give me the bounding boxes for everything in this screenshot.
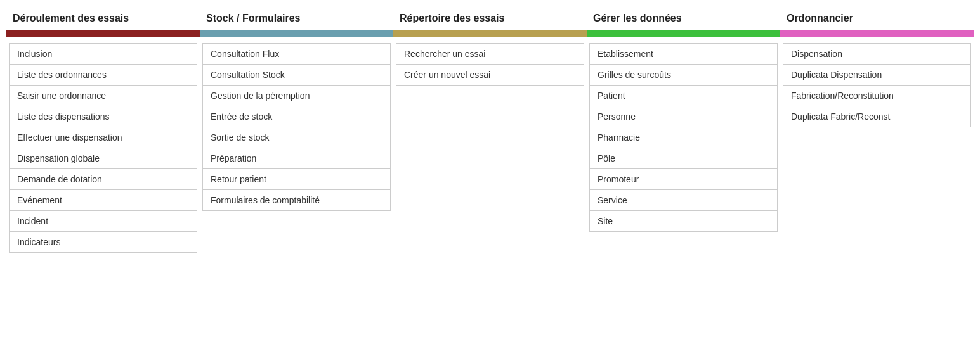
menu-item-ordonnancier-0[interactable]: Dispensation: [783, 43, 971, 65]
color-bar-deroulement: [6, 30, 200, 37]
menu-item-deroulement-2[interactable]: Saisir une ordonnance: [9, 85, 197, 106]
menu-item-stock-2[interactable]: Gestion de la péremption: [202, 85, 391, 106]
color-bars: [6, 30, 974, 37]
color-bar-gerer: [587, 30, 780, 37]
page: Déroulement des essaisStock / Formulaire…: [0, 0, 980, 356]
menu-list-ordonnancier: DispensationDuplicata DispensationFabric…: [783, 43, 971, 127]
menu-item-gerer-5[interactable]: Pôle: [589, 148, 778, 169]
col-gerer: EtablissementGrilles de surcoûtsPatientP…: [587, 43, 780, 231]
col-repertoire: Rechercher un essaiCréer un nouvel essai: [393, 43, 587, 85]
menu-item-repertoire-1[interactable]: Créer un nouvel essai: [396, 64, 584, 86]
menu-item-ordonnancier-2[interactable]: Fabrication/Reconstitution: [783, 85, 971, 106]
menu-item-deroulement-6[interactable]: Demande de dotation: [9, 168, 197, 190]
menu-item-deroulement-0[interactable]: Inclusion: [9, 43, 197, 65]
menu-item-stock-5[interactable]: Préparation: [202, 148, 391, 169]
menu-item-deroulement-3[interactable]: Liste des dispensations: [9, 106, 197, 127]
menu-item-ordonnancier-1[interactable]: Duplicata Dispensation: [783, 64, 971, 86]
menu-item-stock-4[interactable]: Sortie de stock: [202, 127, 391, 148]
menu-item-ordonnancier-3[interactable]: Duplicata Fabric/Reconst: [783, 106, 971, 127]
col-header-deroulement: Déroulement des essais: [6, 13, 200, 30]
col-ordonnancier: DispensationDuplicata DispensationFabric…: [780, 43, 974, 127]
col-header-repertoire: Répertoire des essais: [393, 13, 587, 30]
menu-list-gerer: EtablissementGrilles de surcoûtsPatientP…: [589, 43, 778, 231]
menu-list-repertoire: Rechercher un essaiCréer un nouvel essai: [396, 43, 584, 85]
menu-item-gerer-3[interactable]: Personne: [589, 106, 778, 127]
menu-item-deroulement-1[interactable]: Liste des ordonnances: [9, 64, 197, 86]
color-bar-ordonnancier: [780, 30, 974, 37]
col-deroulement: InclusionListe des ordonnancesSaisir une…: [6, 43, 200, 252]
menu-item-deroulement-4[interactable]: Effectuer une dispensation: [9, 127, 197, 148]
menu-item-gerer-0[interactable]: Etablissement: [589, 43, 778, 65]
menu-item-stock-1[interactable]: Consultation Stock: [202, 64, 391, 86]
menu-item-deroulement-5[interactable]: Dispensation globale: [9, 148, 197, 169]
col-header-stock: Stock / Formulaires: [200, 13, 393, 30]
menu-item-deroulement-9[interactable]: Indicateurs: [9, 231, 197, 253]
color-bar-repertoire: [393, 30, 587, 37]
menu-item-deroulement-7[interactable]: Evénement: [9, 189, 197, 211]
menu-item-gerer-7[interactable]: Service: [589, 189, 778, 211]
menu-item-gerer-2[interactable]: Patient: [589, 85, 778, 106]
menu-list-stock: Consultation FluxConsultation StockGesti…: [202, 43, 391, 210]
menu-item-gerer-4[interactable]: Pharmacie: [589, 127, 778, 148]
menu-item-stock-7[interactable]: Formulaires de comptabilité: [202, 189, 391, 211]
menu-item-deroulement-8[interactable]: Incident: [9, 210, 197, 232]
col-header-gerer: Gérer les données: [587, 13, 780, 30]
menu-item-stock-3[interactable]: Entrée de stock: [202, 106, 391, 127]
col-header-ordonnancier: Ordonnancier: [780, 13, 974, 30]
menu-list-deroulement: InclusionListe des ordonnancesSaisir une…: [9, 43, 197, 252]
menu-item-gerer-6[interactable]: Promoteur: [589, 168, 778, 190]
content-row: InclusionListe des ordonnancesSaisir une…: [6, 43, 974, 252]
header-row: Déroulement des essaisStock / Formulaire…: [6, 13, 974, 30]
col-stock: Consultation FluxConsultation StockGesti…: [200, 43, 393, 210]
color-bar-stock: [200, 30, 393, 37]
menu-item-repertoire-0[interactable]: Rechercher un essai: [396, 43, 584, 65]
menu-item-gerer-1[interactable]: Grilles de surcoûts: [589, 64, 778, 86]
menu-item-gerer-8[interactable]: Site: [589, 210, 778, 232]
menu-item-stock-0[interactable]: Consultation Flux: [202, 43, 391, 65]
menu-item-stock-6[interactable]: Retour patient: [202, 168, 391, 190]
